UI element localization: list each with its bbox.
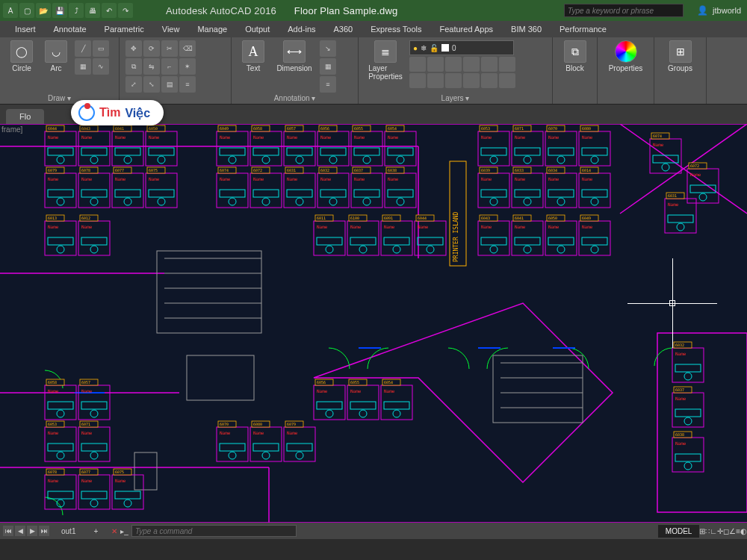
fillet-icon[interactable]: ⌐ xyxy=(161,58,178,75)
polar-icon[interactable]: ✛ xyxy=(717,527,723,535)
layulk-icon[interactable] xyxy=(463,73,480,88)
svg-text:Name: Name xyxy=(317,388,328,393)
layout-tab[interactable]: out1 xyxy=(52,527,84,535)
erase-icon[interactable]: ⌫ xyxy=(179,40,196,57)
nav-first-icon[interactable]: ⏮ xyxy=(3,526,13,536)
redo-icon[interactable]: ↷ xyxy=(118,3,133,18)
grid-icon[interactable]: ⊞ xyxy=(699,527,705,535)
tab-a360[interactable]: A360 xyxy=(325,25,362,34)
svg-rect-237 xyxy=(48,402,73,409)
svg-text:Name: Name xyxy=(48,176,59,181)
offset-icon[interactable]: ≡ xyxy=(179,76,196,93)
tab-addins[interactable]: Add-ins xyxy=(279,25,324,34)
tab-performance[interactable]: Performance xyxy=(551,25,616,34)
panel-annotation-title[interactable]: Annotation ▾ xyxy=(238,93,352,102)
move-icon[interactable]: ✥ xyxy=(125,40,142,57)
tab-featured[interactable]: Featured Apps xyxy=(430,25,502,34)
layuniso-icon[interactable] xyxy=(427,73,444,88)
laythw-icon[interactable] xyxy=(445,73,462,88)
tool-block[interactable]: ⧉Block xyxy=(559,40,591,72)
plot-icon[interactable]: 🖶 xyxy=(85,3,100,18)
laycur-icon[interactable] xyxy=(481,73,498,88)
new-icon[interactable]: ▢ xyxy=(19,3,34,18)
layon-icon[interactable] xyxy=(409,73,426,88)
open-icon[interactable]: 📂 xyxy=(36,3,51,18)
tab-annotate[interactable]: Annotate xyxy=(45,25,96,34)
svg-text:6038: 6038 xyxy=(675,432,684,437)
rotate-icon[interactable]: ⟳ xyxy=(143,40,160,57)
explode-icon[interactable]: ✶ xyxy=(179,58,196,75)
layiso-icon[interactable] xyxy=(427,57,444,72)
search-input[interactable] xyxy=(564,4,684,17)
tab-manage[interactable]: Manage xyxy=(188,25,236,34)
tool-properties[interactable]: Properties xyxy=(604,40,648,72)
tab-express[interactable]: Express Tools xyxy=(362,25,430,34)
svg-text:Name: Name xyxy=(481,134,492,140)
app-menu-icon[interactable]: A xyxy=(3,3,18,18)
layfrz-icon[interactable] xyxy=(445,57,462,72)
svg-text:6078: 6078 xyxy=(81,168,90,172)
command-input[interactable] xyxy=(131,525,297,537)
array-icon[interactable]: ▤ xyxy=(161,76,178,93)
svg-point-202 xyxy=(393,246,400,253)
layout-add[interactable]: + xyxy=(84,527,107,535)
svg-text:Name: Name xyxy=(48,478,59,483)
nav-next-icon[interactable]: ▶ xyxy=(27,526,37,536)
undo-icon[interactable]: ↶ xyxy=(102,3,117,18)
signin-icon: 👤 xyxy=(697,5,708,16)
tab-view[interactable]: View xyxy=(153,25,189,34)
layoff-icon[interactable] xyxy=(409,57,426,72)
svg-rect-285 xyxy=(253,444,279,451)
laymch-icon[interactable] xyxy=(481,57,498,72)
table-icon[interactable]: ▦ xyxy=(320,58,336,75)
stretch-icon[interactable]: ⤢ xyxy=(125,76,142,93)
tool-text[interactable]: AText xyxy=(238,40,269,72)
tool-groups[interactable]: ⊞Groups xyxy=(660,40,700,72)
tab-bim360[interactable]: BIM 360 xyxy=(502,25,551,34)
ortho-icon[interactable]: ∟ xyxy=(710,527,717,535)
svg-point-232 xyxy=(591,246,598,253)
nav-last-icon[interactable]: ⏭ xyxy=(39,526,49,536)
user-area[interactable]: 👤 jtbworld xyxy=(691,5,747,16)
nav-prev-icon[interactable]: ◀ xyxy=(15,526,25,536)
hatch-icon[interactable]: ▦ xyxy=(75,58,91,75)
rect-icon[interactable]: ▭ xyxy=(93,40,109,57)
tool-layer-properties[interactable]: ≣Layer Properties xyxy=(365,40,406,81)
layout-nav[interactable]: ⏮◀▶⏭ xyxy=(0,526,52,536)
copy-icon[interactable]: ⧉ xyxy=(125,58,142,75)
drawing-canvas[interactable]: frame] 6044Name xyxy=(0,124,747,523)
mirror-icon[interactable]: ⇋ xyxy=(143,58,160,75)
scale-icon[interactable]: ⤡ xyxy=(143,76,160,93)
trim-icon[interactable]: ✂ xyxy=(161,40,178,57)
tool-dimension[interactable]: ⟷Dimension xyxy=(272,40,317,72)
polyline-icon[interactable]: ╱ xyxy=(75,40,91,57)
tab-output[interactable]: Output xyxy=(236,25,279,34)
svg-text:Name: Name xyxy=(515,134,526,140)
svg-rect-273 xyxy=(81,444,107,451)
mtext-icon[interactable]: ≡ xyxy=(320,76,336,93)
spline-icon[interactable]: ∿ xyxy=(93,58,109,75)
svg-point-310 xyxy=(124,500,131,507)
otrack-icon[interactable]: ∠ xyxy=(729,527,736,535)
laylck-icon[interactable] xyxy=(463,57,480,72)
svg-point-136 xyxy=(329,198,337,205)
transparency-icon[interactable]: ◐ xyxy=(740,527,747,535)
laystate-icon[interactable] xyxy=(499,73,515,88)
osnap-icon[interactable]: ◻ xyxy=(723,527,729,535)
svg-point-70 xyxy=(490,156,498,164)
current-layer-combo[interactable]: ●❄🔓0 xyxy=(409,40,514,55)
tool-circle[interactable]: ◯Circle xyxy=(6,40,37,72)
model-space-button[interactable]: MODEL xyxy=(658,525,700,538)
panel-layers-title[interactable]: Layers ▾ xyxy=(365,93,546,102)
svg-rect-51 xyxy=(320,148,346,155)
layprv-icon[interactable] xyxy=(499,57,515,72)
tool-arc[interactable]: ◡Arc xyxy=(40,40,72,72)
tab-parametric[interactable]: Parametric xyxy=(96,25,153,34)
leader-icon[interactable]: ↘ xyxy=(320,40,336,57)
save-icon[interactable]: 💾 xyxy=(52,3,67,18)
document-tab[interactable]: Flo xyxy=(6,109,44,124)
tab-insert[interactable]: Insert xyxy=(6,25,45,34)
svg-text:Name: Name xyxy=(48,430,59,435)
cmd-close-icon[interactable]: ✕ xyxy=(111,527,117,535)
saveas-icon[interactable]: ⤴ xyxy=(69,3,84,18)
